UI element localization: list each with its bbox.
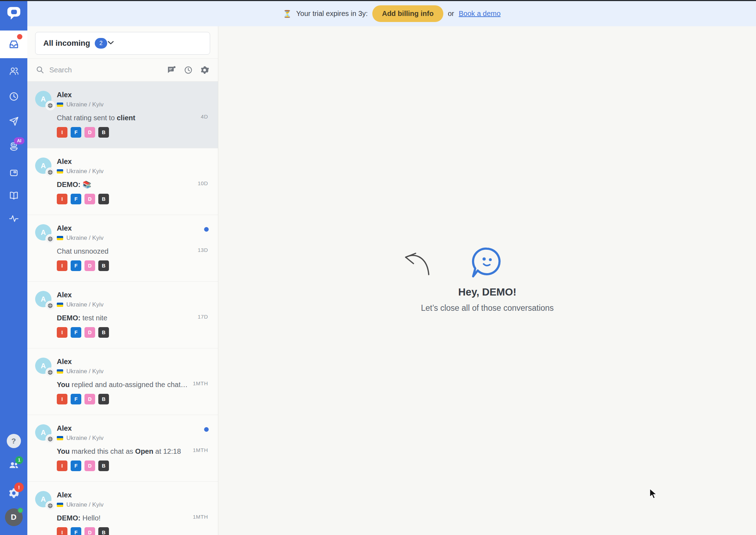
conversation-list-item[interactable]: A Alex Ukraine / Kyiv DEMO: 📚 IFDB 10D bbox=[27, 148, 218, 215]
sidebar-item-inbox[interactable] bbox=[0, 31, 27, 58]
channel-badge-d: D bbox=[84, 460, 95, 471]
globe-icon bbox=[45, 368, 55, 377]
sidebar-item-ai-chatbot[interactable]: AI bbox=[0, 137, 27, 156]
channel-badges: IFDB bbox=[57, 527, 208, 535]
sidebar-item-analytics[interactable] bbox=[0, 208, 27, 228]
trial-expiry-text: Your trial expires in 3y: bbox=[296, 10, 368, 18]
add-billing-info-button[interactable]: Add billing info bbox=[372, 5, 443, 22]
channel-badge-b: B bbox=[98, 527, 109, 535]
location-text: Ukraine / Kyiv bbox=[66, 235, 104, 242]
ukraine-flag-icon bbox=[57, 103, 63, 107]
contact-name: Alex bbox=[57, 424, 208, 433]
app-logo[interactable] bbox=[0, 4, 27, 23]
channel-badges: IFDB bbox=[57, 260, 208, 271]
channel-badge-b: B bbox=[98, 127, 109, 138]
location-text: Ukraine / Kyiv bbox=[66, 501, 104, 508]
conversation-list-item[interactable]: A Alex Ukraine / Kyiv DEMO: test nite IF… bbox=[27, 282, 218, 348]
preview-text: test nite bbox=[81, 314, 108, 322]
sidebar-item-settings[interactable]: ! bbox=[0, 483, 27, 503]
channel-badges: IFDB bbox=[57, 127, 208, 138]
chat-bubble-logo-icon bbox=[6, 5, 22, 22]
preview-bold-text: DEMO: bbox=[57, 314, 81, 322]
preview-text: 📚 bbox=[81, 181, 92, 188]
contact-location: Ukraine / Kyiv bbox=[57, 501, 208, 508]
channel-badge-f: F bbox=[71, 260, 81, 271]
sidebar-item-contacts[interactable] bbox=[0, 61, 27, 81]
conversation-summary: Alex Ukraine / Kyiv DEMO: Hello! IFDB bbox=[57, 490, 208, 535]
conversation-time: 13D bbox=[198, 247, 208, 253]
app-root: AI ? 1 bbox=[0, 0, 756, 535]
last-message-preview: You marked this chat as Open at 12:18 bbox=[57, 447, 195, 456]
preview-text: replied and auto-assigned the chat… bbox=[70, 381, 187, 388]
settings-alert-badge: ! bbox=[14, 482, 24, 492]
contact-location: Ukraine / Kyiv bbox=[57, 168, 208, 175]
sidebar-item-team[interactable]: 1 bbox=[0, 455, 27, 475]
preview-bold-text: DEMO: bbox=[57, 514, 81, 522]
conversation-list-item[interactable]: A Alex Ukraine / Kyiv Chat unsnoozed IFD… bbox=[27, 215, 218, 282]
question-mark-icon: ? bbox=[7, 434, 21, 448]
filter-header: All incoming 2 bbox=[27, 26, 218, 58]
contact-name: Alex bbox=[57, 224, 208, 233]
conversation-list-item[interactable]: A Alex Ukraine / Kyiv DEMO: Hello! IFDB … bbox=[27, 482, 218, 535]
chat-transcript-icon[interactable] bbox=[167, 65, 176, 75]
list-settings-gear-icon[interactable] bbox=[201, 66, 209, 75]
sidebar-item-knowledge-base[interactable] bbox=[0, 186, 27, 205]
conversation-time: 17D bbox=[198, 314, 208, 320]
channel-badge-f: F bbox=[71, 460, 81, 471]
last-message-preview: Chat rating sent to client bbox=[57, 114, 195, 122]
conversation-list-panel: All incoming 2 bbox=[27, 26, 218, 535]
filter-label: All incoming bbox=[43, 39, 90, 48]
history-clock-icon[interactable] bbox=[184, 66, 193, 75]
last-message-preview: DEMO: test nite bbox=[57, 314, 195, 322]
conversation-list: A Alex Ukraine / Kyiv Chat rating sent t… bbox=[27, 82, 218, 535]
inbox-filter-dropdown[interactable]: All incoming 2 bbox=[35, 32, 210, 55]
location-text: Ukraine / Kyiv bbox=[66, 435, 104, 442]
inbox-icon bbox=[8, 39, 20, 50]
channel-badges: IFDB bbox=[57, 460, 208, 471]
sidebar-item-widgets[interactable] bbox=[0, 163, 27, 183]
conversation-list-item[interactable]: A Alex Ukraine / Kyiv You replied and au… bbox=[27, 348, 218, 415]
channel-badges: IFDB bbox=[57, 327, 208, 338]
pulse-icon bbox=[9, 213, 19, 224]
conversation-time: 1MTH bbox=[193, 380, 208, 386]
search-icon bbox=[36, 66, 44, 74]
conversation-list-item[interactable]: A Alex Ukraine / Kyiv Chat rating sent t… bbox=[27, 82, 218, 148]
conversation-summary: Alex Ukraine / Kyiv Chat rating sent to … bbox=[57, 90, 208, 138]
location-text: Ukraine / Kyiv bbox=[66, 101, 104, 108]
channel-badge-f: F bbox=[71, 194, 81, 204]
channel-badge-b: B bbox=[98, 260, 109, 271]
channel-badge-d: D bbox=[84, 327, 95, 338]
hourglass-icon: ⏳ bbox=[283, 10, 292, 18]
last-message-preview: Chat unsnoozed bbox=[57, 247, 195, 255]
channel-badge-b: B bbox=[98, 460, 109, 471]
conversation-summary: Alex Ukraine / Kyiv DEMO: 📚 IFDB bbox=[57, 157, 208, 204]
empty-state-subtitle: Let’s close all of those conversations bbox=[219, 303, 756, 313]
contact-name: Alex bbox=[57, 157, 208, 166]
channel-badge-i: I bbox=[57, 260, 67, 271]
conversation-summary: Alex Ukraine / Kyiv Chat unsnoozed IFDB bbox=[57, 224, 208, 271]
channel-badge-i: I bbox=[57, 327, 67, 338]
conversation-summary: Alex Ukraine / Kyiv You marked this chat… bbox=[57, 424, 208, 471]
preview-text: at 12:18 bbox=[153, 447, 181, 455]
window-top-edge bbox=[0, 0, 756, 1]
team-count-badge: 1 bbox=[15, 456, 23, 464]
sidebar-item-campaigns[interactable] bbox=[0, 111, 27, 131]
chevron-down-icon bbox=[107, 40, 114, 46]
channel-badge-b: B bbox=[98, 394, 109, 404]
globe-icon bbox=[45, 501, 55, 511]
search-input[interactable] bbox=[49, 66, 162, 74]
conversation-list-item[interactable]: A Alex Ukraine / Kyiv You marked this ch… bbox=[27, 415, 218, 482]
contact-location: Ukraine / Kyiv bbox=[57, 435, 208, 442]
location-text: Ukraine / Kyiv bbox=[66, 301, 104, 308]
ukraine-flag-icon bbox=[57, 169, 63, 173]
avatar-initial: D bbox=[11, 513, 17, 522]
sidebar-user-avatar[interactable]: D bbox=[0, 507, 27, 527]
book-icon bbox=[9, 190, 19, 201]
doodle-arrow-icon bbox=[403, 251, 437, 283]
channel-badge-i: I bbox=[57, 460, 67, 471]
contact-location: Ukraine / Kyiv bbox=[57, 235, 208, 242]
sidebar-item-snoozed[interactable] bbox=[0, 87, 27, 106]
sidebar-item-help[interactable]: ? bbox=[0, 431, 27, 451]
book-demo-link[interactable]: Book a demo bbox=[459, 10, 501, 18]
globe-icon bbox=[45, 167, 55, 177]
